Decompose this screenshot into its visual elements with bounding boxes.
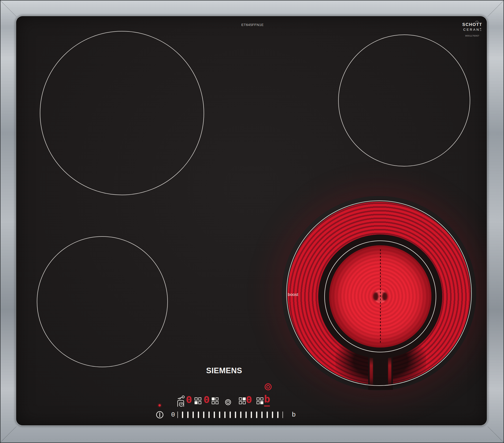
burner-outline xyxy=(286,200,472,386)
grid-cell xyxy=(257,397,260,400)
slider-tick xyxy=(214,412,215,418)
grid-cell xyxy=(243,401,246,404)
zone-select-front-right[interactable] xyxy=(257,397,263,404)
power-button[interactable] xyxy=(155,411,164,419)
slider-tick xyxy=(198,412,199,418)
slider-boost-label: b xyxy=(292,411,296,419)
grid-cell xyxy=(198,397,201,400)
frame-corner-seam xyxy=(487,1,503,17)
grid-cell xyxy=(215,401,218,404)
burner-rear-left xyxy=(40,31,204,195)
display-level-front-right: b xyxy=(264,395,270,404)
slider-tick xyxy=(208,412,210,418)
ceran-glass-surface: ET645FFN1E SCHOTT CERAN® 9001176067 xyxy=(16,16,487,425)
grid-cell xyxy=(239,401,242,404)
brand-logo: SIEMENS xyxy=(206,366,242,375)
slider-tick xyxy=(219,412,220,418)
slider-tick xyxy=(182,412,183,418)
slider-tick xyxy=(245,412,247,418)
slider-tick xyxy=(277,412,278,418)
grid-cell xyxy=(198,401,201,404)
slider-ticks[interactable] xyxy=(177,412,283,418)
zone-select-rear-right[interactable] xyxy=(239,397,246,404)
display-level-rear-left: 0 xyxy=(204,396,210,404)
grid-cell xyxy=(239,397,242,400)
boost-label: boost xyxy=(288,292,298,297)
slider-end-tick xyxy=(282,412,283,418)
ceramic-hob: ET645FFN1E SCHOTT CERAN® 9001176067 xyxy=(0,0,504,443)
slider-tick xyxy=(272,412,273,418)
grid-cell-filled xyxy=(260,401,263,404)
burner-front-right-active xyxy=(286,200,472,386)
zone-select-rear-left[interactable] xyxy=(212,397,218,404)
dual-zone-button[interactable] xyxy=(225,399,231,405)
slider-tick xyxy=(251,412,252,418)
registered-mark: ® xyxy=(480,28,481,30)
frame-corner-seam xyxy=(487,426,503,442)
slider-end-tick xyxy=(177,412,178,418)
boost-underline xyxy=(264,405,270,406)
dual-zone-active-icon xyxy=(264,383,272,391)
grid-cell xyxy=(257,401,260,404)
zone-select-front-left[interactable] xyxy=(195,397,201,404)
key-lock-icon[interactable] xyxy=(176,395,185,408)
slider-tick xyxy=(256,412,257,418)
power-on-indicator xyxy=(159,404,161,406)
grid-cell-filled xyxy=(212,397,215,400)
burner-front-left xyxy=(37,236,168,367)
slider-tick xyxy=(230,412,231,418)
grid-cell xyxy=(195,397,198,400)
ceran-wordmark: CERAN® xyxy=(456,28,487,31)
slider-min-label: 0 xyxy=(171,411,175,419)
grid-cell-filled xyxy=(195,401,198,404)
grid-cell xyxy=(212,401,215,404)
grid-cell xyxy=(215,397,218,400)
slider-tick xyxy=(224,412,226,418)
slider-tick xyxy=(267,412,268,418)
slider-tick xyxy=(193,412,194,418)
slider-tick xyxy=(240,412,241,418)
schott-ceran-logo: SCHOTT CERAN® 9001176067 xyxy=(456,22,487,37)
display-level-front-left: 0 xyxy=(186,396,192,404)
slider-tick xyxy=(235,412,236,418)
model-number: ET645FFN1E xyxy=(230,23,275,27)
serial-number: 9001176067 xyxy=(456,34,487,37)
schott-wordmark: SCHOTT xyxy=(462,22,482,27)
frame-corner-seam xyxy=(0,426,16,442)
slider-tick xyxy=(203,412,204,418)
burner-rear-right xyxy=(338,35,470,166)
slider-tick xyxy=(261,412,263,418)
grid-cell-filled xyxy=(243,397,246,400)
display-level-rear-right: 0 xyxy=(246,396,252,404)
grid-cell xyxy=(260,397,263,400)
frame-corner-seam xyxy=(0,1,16,17)
slider-tick xyxy=(187,412,188,418)
